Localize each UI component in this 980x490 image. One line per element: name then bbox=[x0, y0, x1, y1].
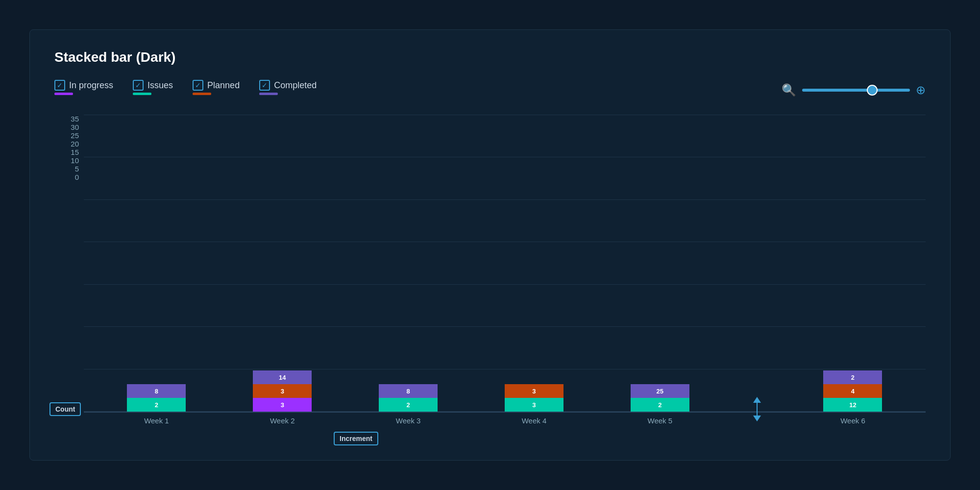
x-label-week2: Week 2 bbox=[253, 416, 312, 425]
bars-container: 2 8 3 bbox=[84, 115, 926, 412]
bar-week4-issues: 3 bbox=[505, 398, 564, 412]
page-title: Stacked bar (Dark) bbox=[54, 49, 926, 65]
legend-item-planned[interactable]: ✓ Planned bbox=[193, 80, 240, 95]
zoom-controls: 🔍 ⊕ bbox=[782, 83, 926, 97]
y-label-20: 20 bbox=[71, 140, 79, 148]
x-axis-labels: Week 1 Week 2 Week 3 Week 4 Week 5 Week … bbox=[84, 413, 926, 425]
legend-and-zoom: ✓ In progress ✓ Issues ✓ Planned bbox=[54, 80, 926, 100]
bar-group-week1: 2 8 bbox=[127, 384, 186, 412]
legend-color-in-progress bbox=[54, 93, 73, 95]
stacked-bar-week6: 12 4 2 bbox=[823, 370, 882, 412]
legend-color-issues bbox=[133, 93, 151, 95]
legend-label-issues: Issues bbox=[147, 80, 173, 91]
y-label-25: 25 bbox=[71, 131, 79, 140]
bar-week6-completed: 2 bbox=[823, 370, 882, 384]
bar-group-week4: 3 3 bbox=[505, 384, 564, 412]
y-axis-title: Count bbox=[49, 402, 81, 416]
checkbox-in-progress[interactable]: ✓ bbox=[54, 80, 65, 91]
zoom-out-icon[interactable]: 🔍 bbox=[782, 83, 796, 97]
legend-label-completed: Completed bbox=[274, 80, 317, 91]
bar-week5-issues: 2 bbox=[631, 398, 689, 412]
legend-item-issues[interactable]: ✓ Issues bbox=[133, 80, 173, 95]
checkbox-completed[interactable]: ✓ bbox=[259, 80, 270, 91]
bar-group-week5: 2 25 bbox=[631, 384, 689, 412]
bar-week1-issues: 2 bbox=[127, 398, 186, 412]
bar-week3-completed: 8 bbox=[379, 384, 438, 398]
legend-label-in-progress: In progress bbox=[69, 80, 113, 91]
zoom-slider-track bbox=[802, 89, 910, 92]
bar-week4-planned: 3 bbox=[505, 384, 564, 398]
bar-week6-planned: 4 bbox=[823, 384, 882, 398]
x-label-week6: Week 6 bbox=[823, 416, 882, 425]
legend-color-completed bbox=[259, 93, 278, 95]
y-label-0: 0 bbox=[75, 173, 79, 181]
bar-week2-in_progress: 3 bbox=[253, 398, 312, 412]
bar-group-week6: 12 4 2 bbox=[823, 370, 882, 412]
bar-group-week2: 3 3 14 bbox=[253, 370, 312, 412]
x-label-week1: Week 1 bbox=[127, 416, 186, 425]
bar-week2-planned: 3 bbox=[253, 384, 312, 398]
y-label-15: 15 bbox=[71, 148, 79, 156]
y-label-35: 35 bbox=[71, 115, 79, 123]
chart-plot-area: 2 8 3 bbox=[84, 115, 926, 413]
legend-item-in-progress[interactable]: ✓ In progress bbox=[54, 80, 113, 95]
y-label-5: 5 bbox=[75, 165, 79, 173]
x-label-week4: Week 4 bbox=[505, 416, 564, 425]
chart-card: Stacked bar (Dark) ✓ In progress ✓ Issue… bbox=[29, 29, 951, 461]
stacked-bar-week1: 2 8 bbox=[127, 384, 186, 412]
legend-item-completed[interactable]: ✓ Completed bbox=[259, 80, 317, 95]
stacked-bar-week4: 3 3 bbox=[505, 384, 564, 412]
zoom-in-icon[interactable]: ⊕ bbox=[916, 83, 926, 97]
y-axis: 35 30 25 20 15 10 5 0 bbox=[54, 115, 84, 206]
bar-week3-issues: 2 bbox=[379, 398, 438, 412]
zoom-slider-thumb[interactable] bbox=[867, 85, 878, 96]
x-label-week5: Week 5 bbox=[631, 416, 689, 425]
stacked-bar-week5: 2 25 bbox=[631, 384, 689, 412]
bar-week5-completed: 25 bbox=[631, 384, 689, 398]
y-label-10: 10 bbox=[71, 156, 79, 165]
bar-week1-completed: 8 bbox=[127, 384, 186, 398]
checkbox-planned[interactable]: ✓ bbox=[193, 80, 203, 91]
y-label-30: 30 bbox=[71, 123, 79, 131]
chart-inner: 2 8 3 bbox=[84, 115, 926, 445]
legend-label-planned: Planned bbox=[207, 80, 240, 91]
bar-week2-completed: 14 bbox=[253, 370, 312, 384]
legend-color-planned bbox=[193, 93, 211, 95]
x-label-week3: Week 3 bbox=[379, 416, 438, 425]
bar-group-week3: 2 8 bbox=[379, 384, 438, 412]
legend: ✓ In progress ✓ Issues ✓ Planned bbox=[54, 80, 317, 95]
stacked-bar-week2: 3 3 14 bbox=[253, 370, 312, 412]
chart-area: 35 30 25 20 15 10 5 0 Count bbox=[54, 115, 926, 445]
bar-week6-issues: 12 bbox=[823, 398, 882, 412]
stacked-bar-week3: 2 8 bbox=[379, 384, 438, 412]
checkbox-issues[interactable]: ✓ bbox=[133, 80, 144, 91]
x-axis-title: Increment bbox=[334, 432, 378, 445]
